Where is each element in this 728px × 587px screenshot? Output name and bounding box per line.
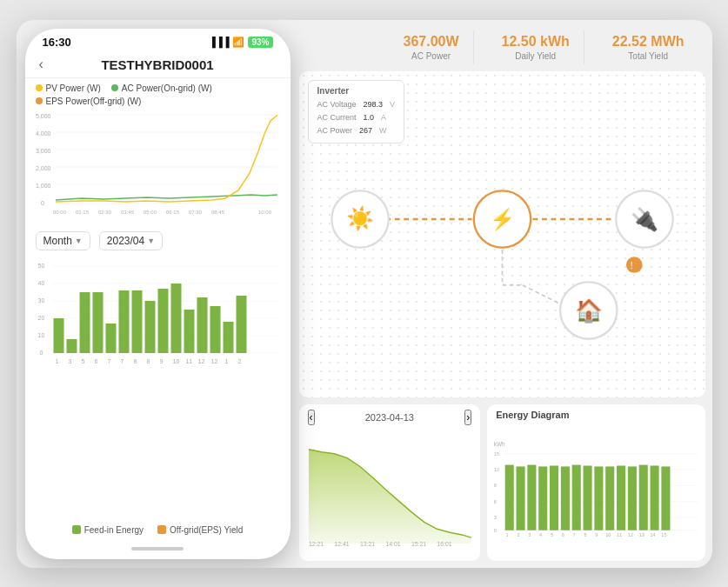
legend-ac-label: AC Power(On-grid) (W) bbox=[122, 83, 212, 93]
svg-rect-109 bbox=[639, 464, 648, 530]
date-label: 2023/04 bbox=[107, 235, 144, 247]
svg-text:10: 10 bbox=[172, 358, 179, 364]
svg-rect-110 bbox=[651, 465, 659, 530]
svg-rect-45 bbox=[210, 306, 220, 353]
svg-rect-39 bbox=[131, 290, 142, 353]
svg-rect-105 bbox=[594, 466, 603, 530]
svg-text:🔌: 🔌 bbox=[630, 206, 658, 233]
status-icons: ▐▐▐ 📶 93% bbox=[209, 37, 272, 48]
svg-text:06:15: 06:15 bbox=[166, 210, 180, 215]
svg-text:13:21: 13:21 bbox=[359, 540, 374, 546]
legend-ac: AC Power(On-grid) (W) bbox=[111, 83, 212, 93]
svg-text:10: 10 bbox=[37, 332, 44, 338]
svg-text:15: 15 bbox=[494, 450, 499, 456]
status-bar: 16:30 ▐▐▐ 📶 93% bbox=[25, 29, 291, 52]
phone-mockup: 16:30 ▐▐▐ 📶 93% ‹ TESTHYBRID0001 PV Powe… bbox=[25, 29, 291, 559]
date-arrow: ▼ bbox=[147, 237, 155, 245]
svg-text:15:21: 15:21 bbox=[411, 540, 425, 546]
svg-rect-104 bbox=[584, 465, 592, 530]
chart-legend: PV Power (W) AC Power(On-grid) (W) EPS P… bbox=[25, 78, 291, 108]
flow-date: 2023-04-13 bbox=[365, 412, 414, 423]
area-chart-content: 12:21 12:41 13:21 14:01 15:21 16:01 bbox=[299, 427, 481, 561]
svg-text:12: 12 bbox=[210, 358, 217, 364]
svg-text:6: 6 bbox=[494, 498, 497, 504]
energy-diagram-header: Energy Diagram bbox=[487, 404, 705, 422]
back-button[interactable]: ‹ bbox=[39, 57, 43, 72]
svg-text:9: 9 bbox=[159, 358, 163, 364]
svg-rect-46 bbox=[223, 322, 233, 353]
svg-text:12:41: 12:41 bbox=[334, 540, 349, 546]
home-indicator bbox=[131, 547, 184, 550]
flow-inner: Inverter AC Voltage 298.3 V AC Current 1… bbox=[299, 71, 705, 397]
area-chart-header: ‹ 2023-04-13 › bbox=[299, 404, 481, 427]
area-chart-card: ‹ 2023-04-13 › bbox=[299, 404, 481, 561]
legend-eps: EPS Power(Off-grid) (W) bbox=[36, 97, 142, 106]
svg-text:07:30: 07:30 bbox=[189, 210, 203, 215]
svg-text:12:21: 12:21 bbox=[308, 540, 323, 546]
total-yield-stat: 22.52 MWh Total Yield bbox=[598, 30, 698, 64]
dashboard-right: 367.00W AC Power 12.50 kWh Daily Yield 2… bbox=[299, 20, 712, 568]
line-chart-area: 5,000 4,000 3,000 2,000 1,000 0 00:00 bbox=[25, 108, 291, 224]
svg-text:3,000: 3,000 bbox=[36, 148, 51, 154]
app-container: 16:30 ▐▐▐ 📶 93% ‹ TESTHYBRID0001 PV Powe… bbox=[17, 20, 712, 568]
svg-text:0: 0 bbox=[494, 527, 497, 532]
legend-pv-label: PV Power (W) bbox=[46, 83, 101, 93]
bar-chart-svg: 50 40 30 20 10 0 bbox=[32, 257, 284, 388]
energy-diagram-svg: kWh 15 12 9 6 3 0 bbox=[492, 422, 699, 557]
svg-rect-47 bbox=[236, 296, 246, 353]
energy-diagram-content: kWh 15 12 9 6 3 0 bbox=[487, 422, 705, 561]
prev-date-button[interactable]: ‹ bbox=[308, 410, 315, 425]
svg-text:01:15: 01:15 bbox=[76, 210, 90, 215]
svg-text:03:45: 03:45 bbox=[121, 210, 135, 215]
svg-text:2: 2 bbox=[518, 532, 520, 537]
svg-text:2,000: 2,000 bbox=[36, 165, 51, 171]
svg-text:1,000: 1,000 bbox=[36, 183, 51, 189]
svg-text:13: 13 bbox=[639, 532, 645, 537]
svg-text:⚡: ⚡ bbox=[490, 207, 516, 231]
energy-flow-diagram: Inverter AC Voltage 298.3 V AC Current 1… bbox=[299, 71, 705, 397]
svg-text:0: 0 bbox=[39, 350, 43, 356]
svg-rect-40 bbox=[144, 301, 155, 353]
svg-text:0: 0 bbox=[41, 200, 44, 206]
svg-rect-41 bbox=[157, 289, 168, 353]
flow-svg: ! ☀️ ⚡ 🔌 🏠 bbox=[299, 71, 705, 397]
feedin-label: Feed-in Energy bbox=[84, 525, 144, 535]
next-date-button[interactable]: › bbox=[464, 410, 471, 425]
svg-text:1: 1 bbox=[506, 532, 509, 537]
total-yield-value: 22.52 MWh bbox=[612, 34, 685, 50]
svg-text:7: 7 bbox=[107, 358, 110, 364]
svg-text:11: 11 bbox=[185, 358, 192, 364]
ac-power-value: 367.00W bbox=[404, 34, 459, 50]
svg-text:14: 14 bbox=[651, 532, 656, 537]
svg-text:7: 7 bbox=[573, 532, 576, 537]
feedin-color bbox=[72, 525, 81, 534]
svg-text:2: 2 bbox=[237, 358, 241, 364]
svg-rect-108 bbox=[628, 466, 637, 530]
date-selector[interactable]: 2023/04 ▼ bbox=[99, 231, 163, 250]
svg-text:16:01: 16:01 bbox=[437, 540, 451, 546]
daily-yield-label: Daily Yield bbox=[502, 51, 570, 61]
pv-dot bbox=[36, 84, 43, 91]
svg-text:4: 4 bbox=[539, 532, 542, 537]
svg-text:05:00: 05:00 bbox=[144, 210, 157, 215]
period-arrow: ▼ bbox=[75, 237, 83, 245]
area-chart-svg: 12:21 12:41 13:21 14:01 15:21 16:01 bbox=[304, 427, 476, 557]
svg-text:40: 40 bbox=[37, 280, 44, 286]
feedin-legend: Feed-in Energy bbox=[72, 525, 144, 535]
svg-rect-97 bbox=[505, 464, 514, 530]
period-selector[interactable]: Month ▼ bbox=[36, 231, 90, 250]
svg-text:!: ! bbox=[630, 259, 632, 270]
device-title: TESTHYBRID0001 bbox=[101, 57, 213, 72]
svg-text:3: 3 bbox=[528, 532, 531, 537]
svg-text:6: 6 bbox=[562, 532, 564, 537]
bar-chart-legend: Feed-in Energy Off-grid(EPS) Yield bbox=[25, 520, 291, 542]
svg-text:10: 10 bbox=[605, 532, 611, 537]
svg-rect-98 bbox=[517, 466, 525, 530]
svg-rect-107 bbox=[617, 465, 625, 530]
bar-chart-area: 50 40 30 20 10 0 bbox=[25, 254, 291, 520]
svg-rect-33 bbox=[53, 318, 63, 353]
battery-badge: 93% bbox=[248, 37, 272, 48]
svg-rect-42 bbox=[170, 283, 181, 353]
svg-rect-35 bbox=[79, 292, 90, 353]
svg-text:9: 9 bbox=[595, 532, 598, 537]
